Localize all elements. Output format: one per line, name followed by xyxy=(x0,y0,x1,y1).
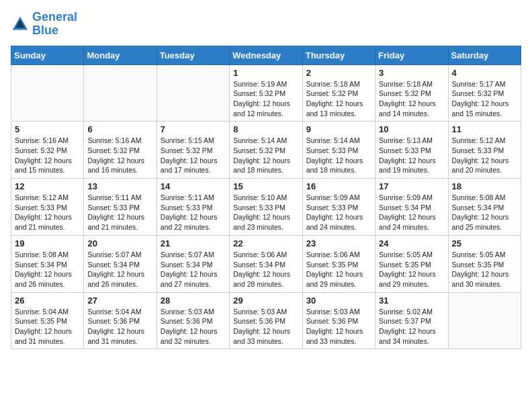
day-number: 18 xyxy=(452,181,517,191)
calendar-cell: 1Sunrise: 5:19 AM Sunset: 5:32 PM Daylig… xyxy=(230,64,302,122)
day-info: Sunrise: 5:15 AM Sunset: 5:32 PM Dayligh… xyxy=(161,136,226,175)
day-info: Sunrise: 5:04 AM Sunset: 5:36 PM Dayligh… xyxy=(87,307,152,347)
day-info: Sunrise: 5:07 AM Sunset: 5:34 PM Dayligh… xyxy=(87,250,152,289)
calendar-cell: 24Sunrise: 5:05 AM Sunset: 5:35 PM Dayli… xyxy=(375,235,448,292)
day-info: Sunrise: 5:05 AM Sunset: 5:35 PM Dayligh… xyxy=(452,250,517,289)
day-number: 8 xyxy=(233,124,298,134)
day-number: 5 xyxy=(15,124,80,134)
day-number: 15 xyxy=(233,181,298,191)
day-number: 3 xyxy=(379,68,444,78)
day-number: 30 xyxy=(306,295,371,306)
calendar-cell: 5Sunrise: 5:16 AM Sunset: 5:32 PM Daylig… xyxy=(11,122,84,179)
calendar-cell: 17Sunrise: 5:09 AM Sunset: 5:34 PM Dayli… xyxy=(375,179,448,236)
day-info: Sunrise: 5:03 AM Sunset: 5:36 PM Dayligh… xyxy=(233,307,298,347)
calendar-cell: 16Sunrise: 5:09 AM Sunset: 5:33 PM Dayli… xyxy=(302,179,375,236)
day-number: 17 xyxy=(379,181,444,191)
day-info: Sunrise: 5:03 AM Sunset: 5:36 PM Dayligh… xyxy=(306,307,371,347)
weekday-header: Monday xyxy=(84,46,157,64)
day-number: 7 xyxy=(161,124,226,134)
calendar-cell: 10Sunrise: 5:13 AM Sunset: 5:33 PM Dayli… xyxy=(375,122,448,179)
calendar-cell: 4Sunrise: 5:17 AM Sunset: 5:32 PM Daylig… xyxy=(448,64,521,122)
calendar-cell: 29Sunrise: 5:03 AM Sunset: 5:36 PM Dayli… xyxy=(230,292,302,349)
day-number: 27 xyxy=(87,295,152,306)
calendar-cell xyxy=(84,64,157,122)
day-info: Sunrise: 5:06 AM Sunset: 5:35 PM Dayligh… xyxy=(306,250,371,289)
day-number: 28 xyxy=(161,295,226,306)
day-number: 26 xyxy=(15,295,80,306)
day-info: Sunrise: 5:14 AM Sunset: 5:33 PM Dayligh… xyxy=(306,136,371,175)
day-info: Sunrise: 5:12 AM Sunset: 5:33 PM Dayligh… xyxy=(15,193,80,232)
day-number: 11 xyxy=(452,124,517,134)
calendar-cell: 3Sunrise: 5:18 AM Sunset: 5:32 PM Daylig… xyxy=(375,64,448,122)
day-number: 6 xyxy=(87,124,152,134)
day-info: Sunrise: 5:04 AM Sunset: 5:35 PM Dayligh… xyxy=(15,307,80,347)
day-number: 13 xyxy=(87,181,152,191)
calendar-cell: 11Sunrise: 5:12 AM Sunset: 5:33 PM Dayli… xyxy=(448,122,521,179)
calendar-cell: 19Sunrise: 5:08 AM Sunset: 5:34 PM Dayli… xyxy=(11,235,84,292)
day-info: Sunrise: 5:13 AM Sunset: 5:33 PM Dayligh… xyxy=(379,136,444,175)
weekday-header: Sunday xyxy=(11,46,84,64)
weekday-header: Tuesday xyxy=(157,46,229,64)
calendar-cell xyxy=(157,64,229,122)
day-info: Sunrise: 5:08 AM Sunset: 5:34 PM Dayligh… xyxy=(15,250,80,289)
calendar-cell xyxy=(448,292,521,349)
calendar-cell: 9Sunrise: 5:14 AM Sunset: 5:33 PM Daylig… xyxy=(302,122,375,179)
calendar-cell: 22Sunrise: 5:06 AM Sunset: 5:34 PM Dayli… xyxy=(230,235,302,292)
day-info: Sunrise: 5:14 AM Sunset: 5:32 PM Dayligh… xyxy=(233,136,298,175)
logo: General Blue xyxy=(11,11,77,38)
calendar-cell: 12Sunrise: 5:12 AM Sunset: 5:33 PM Dayli… xyxy=(11,179,84,236)
day-info: Sunrise: 5:02 AM Sunset: 5:37 PM Dayligh… xyxy=(379,307,444,347)
day-number: 31 xyxy=(379,295,444,306)
day-number: 21 xyxy=(161,238,226,248)
calendar-cell: 2Sunrise: 5:18 AM Sunset: 5:32 PM Daylig… xyxy=(302,64,375,122)
calendar-cell: 20Sunrise: 5:07 AM Sunset: 5:34 PM Dayli… xyxy=(84,235,157,292)
day-info: Sunrise: 5:09 AM Sunset: 5:33 PM Dayligh… xyxy=(306,193,371,232)
weekday-header: Friday xyxy=(375,46,448,64)
day-info: Sunrise: 5:07 AM Sunset: 5:34 PM Dayligh… xyxy=(161,250,226,289)
day-info: Sunrise: 5:06 AM Sunset: 5:34 PM Dayligh… xyxy=(233,250,298,289)
calendar-header-row: SundayMondayTuesdayWednesdayThursdayFrid… xyxy=(11,46,521,64)
day-number: 14 xyxy=(161,181,226,191)
calendar-cell: 31Sunrise: 5:02 AM Sunset: 5:37 PM Dayli… xyxy=(375,292,448,349)
day-info: Sunrise: 5:18 AM Sunset: 5:32 PM Dayligh… xyxy=(306,79,371,119)
day-info: Sunrise: 5:12 AM Sunset: 5:33 PM Dayligh… xyxy=(452,136,517,175)
page-header: General Blue xyxy=(11,11,521,38)
day-number: 29 xyxy=(233,295,298,306)
calendar-week-row: 1Sunrise: 5:19 AM Sunset: 5:32 PM Daylig… xyxy=(11,64,521,122)
day-number: 1 xyxy=(233,68,298,78)
day-number: 19 xyxy=(15,238,80,248)
calendar-cell: 13Sunrise: 5:11 AM Sunset: 5:33 PM Dayli… xyxy=(84,179,157,236)
day-number: 9 xyxy=(306,124,371,134)
day-number: 24 xyxy=(379,238,444,248)
day-number: 16 xyxy=(306,181,371,191)
day-number: 4 xyxy=(452,68,517,78)
calendar-cell: 7Sunrise: 5:15 AM Sunset: 5:32 PM Daylig… xyxy=(157,122,229,179)
day-number: 23 xyxy=(306,238,371,248)
calendar-week-row: 26Sunrise: 5:04 AM Sunset: 5:35 PM Dayli… xyxy=(11,292,521,349)
logo-icon xyxy=(11,15,30,34)
day-number: 20 xyxy=(87,238,152,248)
calendar-cell: 26Sunrise: 5:04 AM Sunset: 5:35 PM Dayli… xyxy=(11,292,84,349)
day-info: Sunrise: 5:10 AM Sunset: 5:33 PM Dayligh… xyxy=(233,193,298,232)
day-info: Sunrise: 5:16 AM Sunset: 5:32 PM Dayligh… xyxy=(15,136,80,175)
calendar-week-row: 19Sunrise: 5:08 AM Sunset: 5:34 PM Dayli… xyxy=(11,235,521,292)
day-number: 10 xyxy=(379,124,444,134)
calendar-cell xyxy=(11,64,84,122)
calendar-cell: 6Sunrise: 5:16 AM Sunset: 5:32 PM Daylig… xyxy=(84,122,157,179)
calendar-cell: 21Sunrise: 5:07 AM Sunset: 5:34 PM Dayli… xyxy=(157,235,229,292)
calendar-cell: 15Sunrise: 5:10 AM Sunset: 5:33 PM Dayli… xyxy=(230,179,302,236)
day-info: Sunrise: 5:05 AM Sunset: 5:35 PM Dayligh… xyxy=(379,250,444,289)
calendar-table: SundayMondayTuesdayWednesdayThursdayFrid… xyxy=(11,46,521,350)
day-info: Sunrise: 5:11 AM Sunset: 5:33 PM Dayligh… xyxy=(161,193,226,232)
day-info: Sunrise: 5:17 AM Sunset: 5:32 PM Dayligh… xyxy=(452,79,517,119)
calendar-cell: 30Sunrise: 5:03 AM Sunset: 5:36 PM Dayli… xyxy=(302,292,375,349)
weekday-header: Thursday xyxy=(302,46,375,64)
day-number: 12 xyxy=(15,181,80,191)
day-info: Sunrise: 5:03 AM Sunset: 5:36 PM Dayligh… xyxy=(161,307,226,347)
day-info: Sunrise: 5:19 AM Sunset: 5:32 PM Dayligh… xyxy=(233,79,298,119)
calendar-week-row: 5Sunrise: 5:16 AM Sunset: 5:32 PM Daylig… xyxy=(11,122,521,179)
logo-text: General Blue xyxy=(32,11,77,38)
calendar-cell: 18Sunrise: 5:08 AM Sunset: 5:34 PM Dayli… xyxy=(448,179,521,236)
weekday-header: Wednesday xyxy=(230,46,302,64)
calendar-cell: 8Sunrise: 5:14 AM Sunset: 5:32 PM Daylig… xyxy=(230,122,302,179)
